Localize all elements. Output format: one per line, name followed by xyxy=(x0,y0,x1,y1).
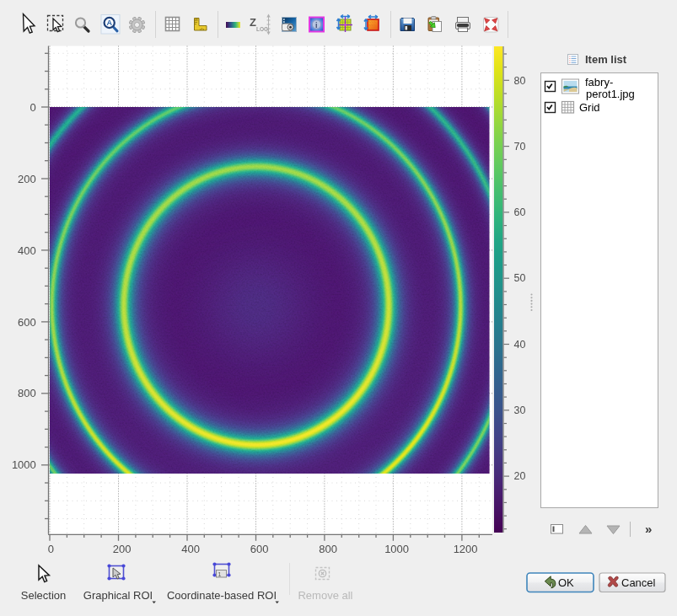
svg-text:30: 30 xyxy=(514,404,526,416)
svg-text:Cancel: Cancel xyxy=(621,576,656,589)
svg-text:800: 800 xyxy=(319,543,337,555)
svg-text:1000: 1000 xyxy=(384,543,409,555)
svg-text:0: 0 xyxy=(48,543,54,555)
svg-text:200: 200 xyxy=(18,173,36,185)
svg-text:800: 800 xyxy=(18,387,36,399)
svg-text:40: 40 xyxy=(514,339,526,351)
svg-text:Coordinate-based ROI: Coordinate-based ROI xyxy=(167,589,277,602)
svg-text:70: 70 xyxy=(514,141,526,153)
svg-text:1: 1 xyxy=(218,571,222,577)
svg-text:0: 0 xyxy=(30,101,36,114)
svg-text:1000: 1000 xyxy=(12,458,36,471)
svg-text:perot1.jpg: perot1.jpg xyxy=(586,88,635,100)
svg-text:Selection: Selection xyxy=(21,589,66,602)
svg-text:1200: 1200 xyxy=(454,543,478,555)
svg-text:i: i xyxy=(315,21,318,29)
svg-text:Z: Z xyxy=(250,16,256,29)
svg-text:600: 600 xyxy=(18,316,36,329)
svg-text:»: » xyxy=(645,522,652,536)
svg-text:A: A xyxy=(106,19,112,27)
svg-text:200: 200 xyxy=(113,543,132,555)
svg-text:LOG: LOG xyxy=(256,26,268,32)
svg-text:80: 80 xyxy=(514,75,526,87)
svg-text:Item list: Item list xyxy=(585,53,627,66)
svg-text:20: 20 xyxy=(514,470,526,482)
svg-text:400: 400 xyxy=(181,543,200,555)
svg-text:Grid: Grid xyxy=(579,101,600,114)
svg-text:OK: OK xyxy=(558,576,574,589)
svg-text:Remove all: Remove all xyxy=(298,589,352,602)
svg-text:600: 600 xyxy=(250,543,269,555)
svg-text:60: 60 xyxy=(514,206,526,218)
svg-text:50: 50 xyxy=(514,272,526,284)
svg-text:Graphical ROI: Graphical ROI xyxy=(83,589,153,602)
svg-text:400: 400 xyxy=(18,244,36,257)
